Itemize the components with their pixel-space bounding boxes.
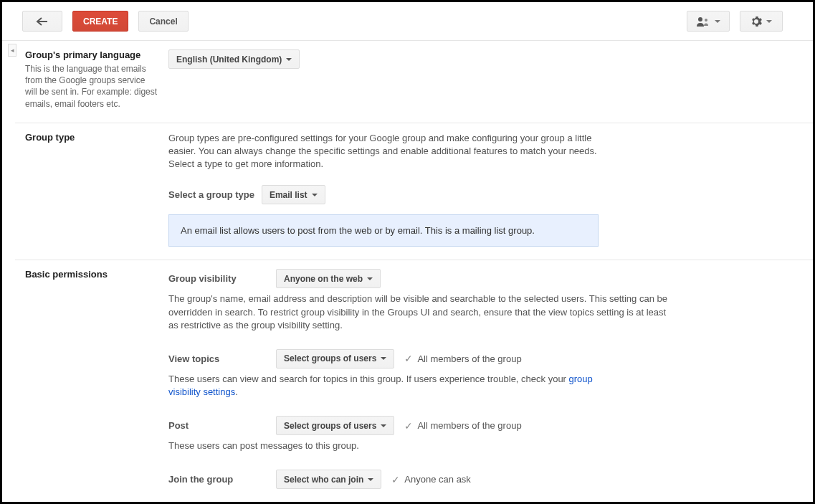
dropdown-caret-icon (368, 478, 373, 481)
visibility-desc: The group's name, email address and desc… (168, 293, 670, 332)
view-topics-label: View topics (168, 353, 276, 364)
dropdown-caret-icon (286, 58, 292, 61)
language-title: Group's primary language (25, 49, 158, 60)
group-type-info: An email list allows users to post from … (168, 214, 599, 247)
dropdown-caret-icon (766, 20, 772, 23)
gear-icon (750, 16, 762, 27)
check-icon: ✓ (404, 420, 413, 432)
back-arrow-icon (36, 17, 49, 26)
post-dropdown[interactable]: Select groups of users (276, 416, 394, 435)
view-topics-desc: These users can view and search for topi… (168, 373, 599, 399)
svg-point-0 (698, 17, 702, 22)
dropdown-caret-icon (381, 357, 386, 360)
create-button[interactable]: CREATE (72, 11, 128, 32)
language-desc: This is the language that emails from th… (25, 63, 158, 110)
visibility-dropdown[interactable]: Anyone on the web (276, 269, 381, 288)
collapse-sidebar-tab[interactable]: ◂ (8, 44, 16, 57)
join-value: Select who can join (284, 475, 363, 485)
check-icon: ✓ (391, 474, 400, 485)
people-icon (696, 16, 710, 27)
dropdown-caret-icon (312, 194, 318, 196)
post-value: Select groups of users (284, 421, 376, 431)
post-check: ✓ All members of the group (404, 420, 521, 432)
permissions-title: Basic permissions (25, 269, 158, 280)
people-menu-button[interactable] (687, 11, 730, 32)
join-check-label: Anyone can ask (404, 474, 471, 485)
view-topics-value: Select groups of users (284, 353, 376, 363)
view-topics-dropdown[interactable]: Select groups of users (276, 349, 394, 369)
post-desc: These users can post messages to this gr… (168, 439, 599, 452)
dropdown-caret-icon (381, 424, 386, 427)
language-value: English (United Kingdom) (176, 54, 282, 65)
visibility-value: Anyone on the web (284, 274, 363, 284)
post-label: Post (168, 420, 276, 431)
settings-menu-button[interactable] (740, 11, 783, 32)
dropdown-caret-icon (367, 277, 373, 280)
join-check: ✓ Anyone can ask (391, 474, 471, 485)
group-type-value: Email list (270, 190, 308, 200)
join-label: Join the group (168, 474, 276, 485)
view-topics-check-label: All members of the group (417, 353, 521, 364)
cancel-button[interactable]: Cancel (138, 11, 188, 32)
group-type-title: Group type (25, 132, 158, 143)
svg-point-1 (705, 19, 707, 22)
group-type-desc: Group types are pre-configured settings … (168, 132, 599, 171)
language-dropdown[interactable]: English (United Kingdom) (168, 49, 300, 69)
visibility-label: Group visibility (168, 273, 276, 284)
dropdown-caret-icon (715, 20, 720, 23)
group-type-dropdown[interactable]: Email list (262, 185, 325, 204)
view-topics-check: ✓ All members of the group (404, 353, 521, 364)
post-check-label: All members of the group (417, 420, 521, 431)
join-dropdown[interactable]: Select who can join (276, 470, 381, 489)
check-icon: ✓ (404, 353, 413, 364)
back-button[interactable] (22, 11, 62, 32)
select-type-label: Select a group type (168, 189, 254, 200)
